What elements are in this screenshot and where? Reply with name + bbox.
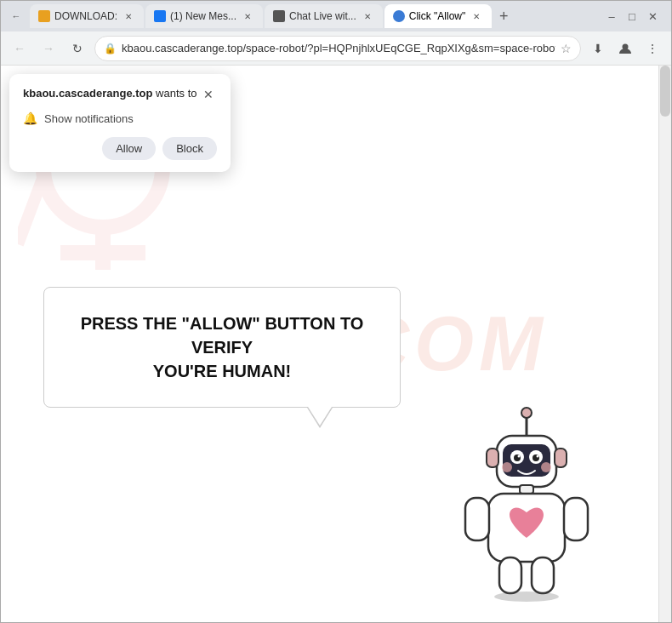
speech-bubble-wrap: PRESS THE "ALLOW" BUTTON TO VERIFY YOU'R… xyxy=(43,287,401,408)
bookmark-star-icon[interactable]: ☆ xyxy=(561,42,572,55)
tab-click-allow[interactable]: Click "Allow" ✕ xyxy=(384,4,493,28)
tab-bar: ← DOWNLOAD: ✕ (1) New Mes... ✕ Chat Live… xyxy=(1,1,671,31)
notification-popup: kbaou.cascaderange.top wants to ✕ 🔔 Show… xyxy=(9,74,231,172)
scrollbar-thumb[interactable] xyxy=(660,66,670,117)
profile-icon-btn[interactable] xyxy=(613,37,637,60)
svg-rect-22 xyxy=(465,498,489,540)
notification-buttons: Allow Block xyxy=(23,137,217,160)
tab-close-download[interactable]: ✕ xyxy=(122,9,135,23)
tab-close-messages[interactable]: ✕ xyxy=(241,9,254,23)
svg-rect-25 xyxy=(532,557,554,593)
svg-rect-24 xyxy=(499,557,521,593)
speech-line1: PRESS THE "ALLOW" BUTTON TO VERIFY xyxy=(81,314,364,357)
tab-favicon-chat xyxy=(273,10,285,22)
menu-icon-btn[interactable]: ⋮ xyxy=(641,37,664,60)
allow-button[interactable]: Allow xyxy=(102,137,156,160)
block-button[interactable]: Block xyxy=(162,137,217,160)
svg-point-17 xyxy=(541,462,551,472)
notification-domain: kbaou.cascaderange.top xyxy=(23,87,152,100)
tab-label-chat: Chat Live wit... xyxy=(289,10,356,22)
svg-point-16 xyxy=(502,462,512,472)
svg-rect-9 xyxy=(503,444,550,477)
tab-label-download: DOWNLOAD: xyxy=(54,10,117,22)
svg-point-14 xyxy=(518,455,521,458)
tab-chat[interactable]: Chat Live wit... ✕ xyxy=(265,4,383,28)
tab-messages[interactable]: (1) New Mes... ✕ xyxy=(145,4,263,28)
tab-favicon-messages xyxy=(154,10,166,22)
svg-point-7 xyxy=(521,408,532,418)
speech-line2: YOU'RE HUMAN! xyxy=(153,362,292,380)
window-controls: – □ ✕ xyxy=(603,8,668,25)
tab-download[interactable]: DOWNLOAD: ✕ xyxy=(30,4,144,28)
notification-title: kbaou.cascaderange.top wants to xyxy=(23,86,200,101)
tab-favicon-allow xyxy=(393,10,405,22)
address-bar-input-wrap[interactable]: 🔒 ☆ xyxy=(94,36,581,61)
svg-rect-18 xyxy=(520,485,533,494)
maximize-button[interactable]: □ xyxy=(624,8,641,25)
speech-bubble-text: PRESS THE "ALLOW" BUTTON TO VERIFY YOU'R… xyxy=(75,312,369,383)
back-page-btn[interactable]: ← xyxy=(8,8,25,25)
notification-close-button[interactable]: ✕ xyxy=(200,86,217,103)
tab-label-allow: Click "Allow" xyxy=(409,10,466,22)
forward-button[interactable]: → xyxy=(37,37,60,60)
refresh-button[interactable]: ↻ xyxy=(65,37,89,60)
notification-header: kbaou.cascaderange.top wants to ✕ xyxy=(23,86,217,103)
robot-illustration xyxy=(450,406,603,614)
lock-icon: 🔒 xyxy=(104,43,117,54)
tab-close-chat[interactable]: ✕ xyxy=(361,9,374,23)
bell-icon: 🔔 xyxy=(23,111,37,125)
scrollbar[interactable] xyxy=(658,66,671,622)
new-tab-button[interactable]: + xyxy=(493,6,514,26)
svg-line-5 xyxy=(18,176,43,244)
address-input[interactable] xyxy=(122,42,555,54)
svg-point-15 xyxy=(537,455,539,458)
svg-rect-20 xyxy=(487,449,498,467)
toolbar-icons: ⬇ ⋮ xyxy=(586,37,664,60)
speech-bubble: PRESS THE "ALLOW" BUTTON TO VERIFY YOU'R… xyxy=(43,287,401,408)
address-bar: ← → ↻ 🔒 ☆ ⬇ ⋮ xyxy=(1,31,671,66)
page-content: RISK.COM kbaou.cascaderange.top wants to… xyxy=(1,66,671,622)
close-button[interactable]: ✕ xyxy=(644,8,661,25)
notification-show-row: 🔔 Show notifications xyxy=(23,111,217,125)
browser-nav-left: ← xyxy=(4,8,28,25)
minimize-button[interactable]: – xyxy=(603,8,620,25)
tab-favicon-download xyxy=(38,10,50,22)
download-icon-btn[interactable]: ⬇ xyxy=(586,37,610,60)
robot-svg xyxy=(450,406,603,610)
tab-close-allow[interactable]: ✕ xyxy=(470,9,483,23)
notification-title-suffix: wants to xyxy=(152,87,196,100)
tab-label-messages: (1) New Mes... xyxy=(170,10,236,22)
browser-window: ← DOWNLOAD: ✕ (1) New Mes... ✕ Chat Live… xyxy=(0,0,672,623)
svg-point-26 xyxy=(494,592,559,602)
svg-rect-23 xyxy=(564,498,588,540)
back-button[interactable]: ← xyxy=(8,37,31,60)
show-notifications-label: Show notifications xyxy=(44,112,134,125)
svg-rect-21 xyxy=(555,449,567,467)
